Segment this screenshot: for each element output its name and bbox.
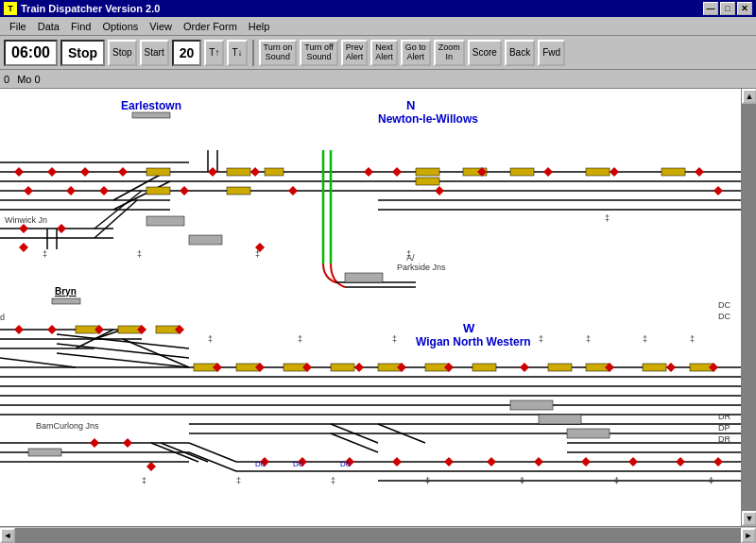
- zoom-in-button[interactable]: ZoomIn: [434, 40, 465, 66]
- fwd-button[interactable]: Fwd: [538, 40, 565, 66]
- svg-rect-155: [52, 298, 80, 304]
- increase-t-button[interactable]: T↑: [204, 40, 224, 66]
- svg-rect-64: [416, 168, 439, 176]
- scroll-right-button[interactable]: ►: [741, 528, 756, 543]
- svg-rect-70: [146, 216, 184, 226]
- separator-1: [252, 40, 254, 66]
- svg-rect-62: [227, 187, 250, 195]
- svg-rect-79: [331, 364, 354, 371]
- svg-text:Parkside Jns: Parkside Jns: [397, 263, 446, 272]
- svg-rect-61: [227, 168, 250, 176]
- maximize-button[interactable]: □: [720, 2, 735, 15]
- menu-bar: File Data Find Options View Order Form H…: [0, 17, 756, 36]
- svg-text:Winwick Jn: Winwick Jn: [5, 215, 47, 225]
- next-alert-button[interactable]: NextAlert: [370, 40, 398, 66]
- svg-text:‡: ‡: [406, 249, 411, 259]
- svg-rect-82: [472, 364, 496, 371]
- app-icon: T: [4, 2, 17, 15]
- scroll-up-button[interactable]: ▲: [742, 89, 756, 104]
- back-button[interactable]: Back: [505, 40, 535, 66]
- svg-rect-69: [662, 168, 685, 176]
- scroll-track-horizontal: [15, 528, 741, 543]
- svg-text:Earlestown: Earlestown: [121, 99, 181, 112]
- svg-text:‡: ‡: [137, 249, 142, 259]
- svg-rect-59: [146, 168, 170, 176]
- scrollbar-right[interactable]: ▲ ▼: [741, 89, 756, 526]
- stop-display: Stop: [60, 40, 105, 66]
- svg-text:DR: DR: [718, 412, 730, 421]
- stop-button[interactable]: Stop: [108, 40, 137, 66]
- svg-text:‡: ‡: [605, 213, 610, 223]
- svg-rect-67: [510, 168, 534, 176]
- menu-order-form[interactable]: Order Form: [178, 19, 243, 34]
- svg-text:‡: ‡: [392, 334, 397, 344]
- decrease-t-button[interactable]: T↓: [227, 40, 247, 66]
- status-right: Mo 0: [17, 74, 40, 85]
- svg-text:‡: ‡: [709, 476, 713, 485]
- menu-options[interactable]: Options: [96, 19, 144, 34]
- main-area: DC DC DR DP DR Earlestown N Newton-le-Wi…: [0, 89, 756, 526]
- svg-rect-88: [539, 415, 581, 424]
- start-button[interactable]: Start: [140, 40, 169, 66]
- toolbar: 06:00 Stop Stop Start 20 T↑ T↓ Turn onSo…: [0, 36, 756, 70]
- turn-on-sound-button[interactable]: Turn onSound: [259, 40, 298, 66]
- svg-rect-72: [345, 273, 383, 282]
- svg-text:‡: ‡: [142, 476, 146, 485]
- svg-rect-68: [586, 168, 610, 176]
- svg-text:DR: DR: [718, 434, 730, 444]
- svg-text:‡: ‡: [208, 334, 213, 344]
- svg-text:‡: ‡: [425, 476, 430, 485]
- scroll-down-button[interactable]: ▼: [742, 511, 756, 526]
- svg-text:‡: ‡: [539, 334, 543, 344]
- svg-rect-90: [28, 449, 61, 456]
- svg-rect-0: [0, 89, 741, 526]
- svg-text:‡: ‡: [520, 476, 524, 485]
- menu-file[interactable]: File: [4, 19, 32, 34]
- go-to-alert-button[interactable]: Go toAlert: [401, 40, 431, 66]
- svg-text:‡: ‡: [690, 334, 695, 344]
- status-left: 0: [4, 74, 9, 85]
- svg-text:DC: DC: [718, 300, 730, 310]
- svg-rect-71: [189, 235, 222, 245]
- svg-text:DC: DC: [340, 460, 352, 468]
- status-bar: 0 Mo 0: [0, 70, 756, 89]
- prev-alert-button[interactable]: PrevAlert: [341, 40, 369, 66]
- close-button[interactable]: ✕: [737, 2, 752, 15]
- title-bar-controls: — □ ✕: [703, 2, 752, 15]
- minimize-button[interactable]: —: [703, 2, 718, 15]
- svg-text:W: W: [463, 321, 475, 335]
- menu-data[interactable]: Data: [32, 19, 65, 34]
- menu-help[interactable]: Help: [243, 19, 276, 34]
- turn-off-sound-button[interactable]: Turn offSound: [300, 40, 338, 66]
- svg-rect-63: [265, 168, 284, 176]
- svg-text:‡: ‡: [586, 334, 591, 344]
- svg-rect-87: [510, 400, 553, 410]
- time-display: 06:00: [4, 40, 58, 66]
- menu-view[interactable]: View: [144, 19, 178, 34]
- svg-rect-89: [567, 429, 610, 438]
- svg-text:BamCurlong Jns: BamCurlong Jns: [36, 421, 99, 431]
- svg-text:DC: DC: [293, 460, 304, 468]
- app-title: Train Dispatcher Version 2.0: [21, 3, 160, 14]
- svg-text:DC: DC: [718, 312, 730, 321]
- svg-text:‡: ‡: [331, 476, 335, 485]
- svg-text:‡: ‡: [643, 334, 647, 344]
- scroll-track-vertical: [742, 104, 756, 511]
- svg-text:Newton-le-Willows: Newton-le-Willows: [378, 112, 478, 126]
- speed-display: 20: [172, 40, 202, 66]
- svg-rect-85: [643, 364, 666, 371]
- scroll-left-button[interactable]: ◄: [0, 528, 15, 543]
- svg-text:Bryn: Bryn: [55, 286, 77, 297]
- svg-text:DC: DC: [255, 460, 266, 468]
- svg-rect-60: [146, 187, 170, 195]
- svg-text:‡: ‡: [43, 249, 47, 259]
- svg-rect-83: [548, 364, 572, 371]
- svg-text:‡: ‡: [255, 249, 260, 259]
- svg-text:‡: ‡: [614, 476, 619, 485]
- svg-text:d: d: [0, 313, 5, 322]
- svg-text:‡: ‡: [298, 334, 302, 344]
- menu-find[interactable]: Find: [65, 19, 96, 34]
- svg-text:DP: DP: [718, 423, 730, 433]
- score-button[interactable]: Score: [468, 40, 502, 66]
- scrollbar-bottom: ◄ ►: [0, 526, 756, 543]
